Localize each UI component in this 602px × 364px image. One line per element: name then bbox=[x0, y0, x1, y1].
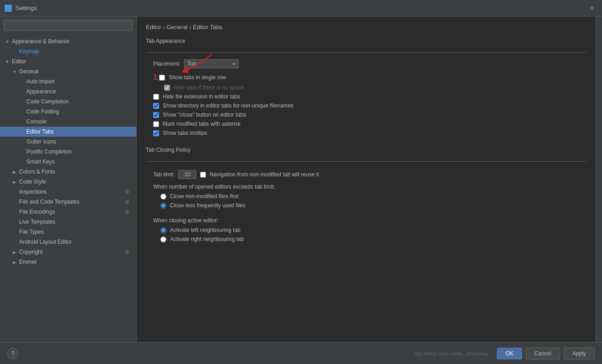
placement-select-wrapper: Top Bottom Left Right None ▼ bbox=[184, 59, 239, 68]
show-directory-label: Show directory in editor tabs for non-un… bbox=[163, 103, 293, 109]
bottom-right: http://blog.csdn.net/liu_zhaoming OK Can… bbox=[414, 348, 595, 359]
sidebar-item-file-types[interactable]: File Types bbox=[0, 227, 136, 237]
sidebar-item-gutter-icons[interactable]: Gutter Icons bbox=[0, 137, 136, 147]
tab-closing-policy-title: Tab Closing Policy bbox=[146, 147, 587, 155]
sidebar-item-auto-import[interactable]: Auto Import bbox=[0, 77, 136, 87]
scrollbar[interactable] bbox=[596, 16, 602, 342]
sidebar-item-copyright[interactable]: Copyright ⚙ bbox=[0, 247, 136, 257]
radio-activate-right: Activate right neighbouring tab bbox=[146, 235, 587, 244]
annotation-area: 1 Show tabs in single row bbox=[146, 73, 587, 82]
sidebar-item-console[interactable]: Console bbox=[0, 117, 136, 127]
activate-right-radio[interactable] bbox=[160, 236, 166, 242]
tab-appearance-section: Tab Appearance Placement: Top Bottom Lef… bbox=[146, 38, 587, 138]
show-single-row-row: 1 Show tabs in single row bbox=[153, 73, 587, 82]
section-divider bbox=[146, 52, 587, 53]
expand-arrow bbox=[11, 168, 18, 175]
sidebar-item-smart-keys[interactable]: Smart Keys bbox=[0, 157, 136, 167]
close-non-modified-radio[interactable] bbox=[160, 194, 166, 200]
sidebar-item-label: File Encodings bbox=[19, 209, 55, 215]
expand-arrow bbox=[11, 68, 18, 75]
expand-arrow bbox=[11, 248, 18, 256]
sidebar-item-emmet[interactable]: Emmet bbox=[0, 257, 136, 267]
activate-left-label: Activate left neighbouring tab bbox=[170, 227, 241, 233]
nav-reuse-checkbox[interactable] bbox=[200, 172, 206, 178]
sidebar-item-file-encodings[interactable]: File Encodings ⚙ bbox=[0, 207, 136, 217]
inspection-icon: ⚙ bbox=[123, 188, 131, 195]
placement-select[interactable]: Top Bottom Left Right None bbox=[184, 59, 239, 68]
sidebar-item-code-folding[interactable]: Code Folding bbox=[0, 107, 136, 117]
tab-closing-policy-section: Tab Closing Policy Tab limit: Navigation… bbox=[146, 147, 587, 244]
sidebar-item-appearance[interactable]: Appearance bbox=[0, 87, 136, 97]
sidebar-item-label: Copyright bbox=[19, 249, 42, 255]
search-input[interactable] bbox=[4, 20, 133, 31]
expand-arrow bbox=[4, 58, 11, 65]
sidebar-item-label: Keymap bbox=[19, 48, 39, 55]
sidebar-item-label: Smart Keys bbox=[26, 159, 55, 165]
title-bar: Settings × bbox=[0, 0, 602, 16]
main-layout: Appearance & Behavior Keymap Editor Gene… bbox=[0, 16, 602, 342]
nav-reuse-label: Navigation from non-modified tab will re… bbox=[210, 171, 319, 178]
sidebar-item-colors-fonts[interactable]: Colors & Fonts bbox=[0, 167, 136, 177]
sidebar-item-live-templates[interactable]: Live Templates bbox=[0, 217, 136, 227]
sidebar-item-label: File Types bbox=[19, 229, 44, 235]
show-directory-checkbox[interactable] bbox=[153, 103, 159, 109]
template-icon: ⚙ bbox=[123, 198, 131, 205]
hide-tabs-no-space-checkbox[interactable] bbox=[164, 85, 170, 91]
breadcrumb: Editor › General › Editor Tabs bbox=[146, 24, 587, 31]
sidebar-item-label: Emmet bbox=[19, 259, 36, 265]
sidebar: Appearance & Behavior Keymap Editor Gene… bbox=[0, 16, 137, 342]
sidebar-item-inspections[interactable]: Inspections ⚙ bbox=[0, 187, 136, 197]
show-tabs-single-row-label: Show tabs in single row bbox=[169, 74, 226, 81]
sidebar-item-code-completion[interactable]: Code Completion bbox=[0, 97, 136, 107]
app-icon bbox=[5, 5, 12, 12]
sidebar-item-label: Inspections bbox=[19, 189, 47, 195]
ok-button[interactable]: OK bbox=[497, 348, 522, 359]
cancel-button[interactable]: Cancel bbox=[526, 348, 560, 359]
activate-right-label: Activate right neighbouring tab bbox=[170, 236, 244, 242]
apply-button[interactable]: Apply bbox=[564, 348, 595, 359]
sidebar-item-android-layout-editor[interactable]: Android Layout Editor bbox=[0, 237, 136, 247]
checkbox-hide-extension: Hide file extension in editor tabs bbox=[146, 92, 587, 101]
help-button[interactable]: ? bbox=[7, 348, 18, 359]
checkbox-show-directory: Show directory in editor tabs for non-un… bbox=[146, 101, 587, 110]
close-non-modified-label: Close non-modified files first bbox=[170, 193, 239, 200]
sidebar-item-keymap[interactable]: Keymap bbox=[0, 46, 136, 56]
sidebar-item-label: File and Code Templates bbox=[19, 199, 80, 205]
sidebar-item-editor-tabs[interactable]: Editor Tabs bbox=[0, 127, 136, 137]
sidebar-item-label: Editor bbox=[12, 58, 26, 65]
radio-close-less-frequent: Close less frequently used files bbox=[146, 201, 587, 210]
close-button[interactable]: × bbox=[587, 4, 597, 13]
sidebar-item-postfix-completion[interactable]: Postfix Completion bbox=[0, 147, 136, 157]
annotation-number-1: 1 bbox=[153, 73, 157, 82]
tab-appearance-title: Tab Appearance bbox=[146, 38, 587, 46]
sidebar-item-general[interactable]: General bbox=[0, 67, 136, 77]
activate-left-radio[interactable] bbox=[160, 227, 166, 233]
tab-limit-label: Tab limit: bbox=[153, 171, 175, 178]
close-less-frequent-label: Close less frequently used files bbox=[170, 202, 245, 209]
window-title: Settings bbox=[15, 5, 37, 11]
sidebar-item-label: Gutter Icons bbox=[26, 138, 56, 145]
radio-activate-left: Activate left neighbouring tab bbox=[146, 226, 587, 235]
sidebar-item-label: Colors & Fonts bbox=[19, 169, 55, 175]
show-close-checkbox[interactable] bbox=[153, 112, 159, 118]
expand-arrow bbox=[4, 38, 11, 45]
sidebar-item-code-style[interactable]: Code Style bbox=[0, 177, 136, 187]
close-less-frequent-radio[interactable] bbox=[160, 203, 166, 209]
sidebar-item-appearance-behavior[interactable]: Appearance & Behavior bbox=[0, 36, 136, 46]
sidebar-item-label: Console bbox=[26, 118, 46, 125]
sidebar-item-file-code-templates[interactable]: File and Code Templates ⚙ bbox=[0, 197, 136, 207]
show-tooltips-label: Show tabs tooltips bbox=[163, 130, 207, 136]
section-divider-2 bbox=[146, 161, 587, 162]
mark-modified-checkbox[interactable] bbox=[153, 121, 159, 127]
bottom-bar: ? http://blog.csdn.net/liu_zhaoming OK C… bbox=[0, 342, 602, 364]
sidebar-item-label: Code Folding bbox=[26, 108, 59, 115]
tab-limit-row: Tab limit: Navigation from non-modified … bbox=[146, 168, 587, 181]
hide-extension-checkbox[interactable] bbox=[153, 94, 159, 100]
sidebar-item-editor[interactable]: Editor bbox=[0, 56, 136, 67]
show-tabs-single-row-checkbox[interactable] bbox=[159, 75, 165, 81]
show-tooltips-checkbox[interactable] bbox=[153, 130, 159, 136]
sidebar-item-label: Code Style bbox=[19, 179, 46, 185]
checkbox-show-close: Show "close" button on editor tabs bbox=[146, 110, 587, 119]
tab-limit-input[interactable] bbox=[178, 170, 196, 179]
sidebar-item-label: Code Completion bbox=[26, 98, 69, 105]
